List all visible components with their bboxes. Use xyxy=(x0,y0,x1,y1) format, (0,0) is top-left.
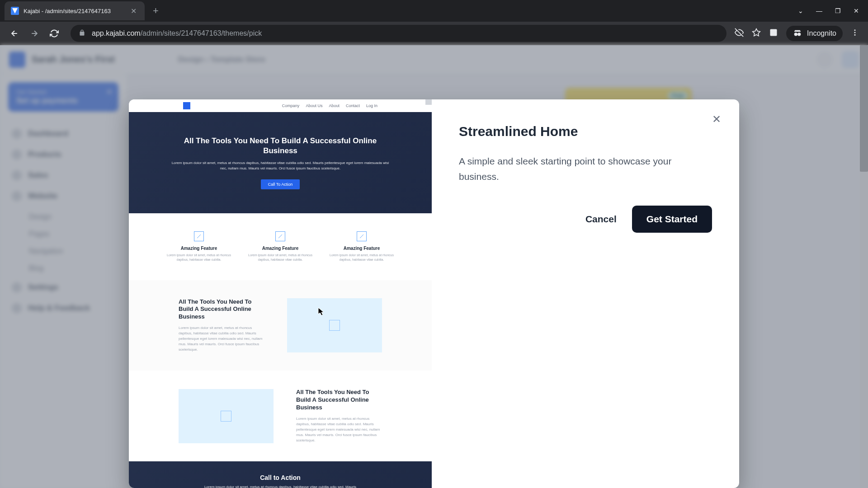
preview-nav-link: Contact xyxy=(346,103,360,108)
preview-nav-link: About Us xyxy=(306,103,322,108)
incognito-label: Incognito xyxy=(807,29,836,38)
url-text: app.kajabi.com/admin/sites/2147647163/th… xyxy=(92,29,262,38)
bookmark-icon[interactable] xyxy=(752,28,761,39)
modal-description: A simple and sleek starting point to sho… xyxy=(459,154,694,184)
preview-nav-link: About xyxy=(329,103,340,108)
modal-overlay[interactable]: Company About Us About Contact Log In Al… xyxy=(0,45,868,488)
tracking-icon[interactable] xyxy=(735,28,744,39)
lock-icon xyxy=(79,29,85,38)
window-controls: ⌄ ― ❐ ✕ xyxy=(798,7,868,14)
preview-nav-link: Log In xyxy=(366,103,377,108)
preview-scrollbar[interactable] xyxy=(425,99,432,488)
preview-nav-link: Company xyxy=(282,103,300,108)
modal-info-panel: ✕ Streamlined Home A simple and sleek st… xyxy=(432,99,739,488)
tab-favicon xyxy=(11,7,19,15)
preview-hero: All The Tools You Need To Build A Succes… xyxy=(129,112,432,213)
incognito-badge[interactable]: Incognito xyxy=(786,26,843,41)
new-tab-button[interactable]: + xyxy=(145,5,167,17)
template-modal: Company About Us About Contact Log In Al… xyxy=(129,99,739,488)
reload-button[interactable] xyxy=(46,25,62,42)
svg-rect-0 xyxy=(770,29,777,36)
image-placeholder-icon xyxy=(275,231,285,241)
svg-point-2 xyxy=(797,33,801,36)
svg-point-4 xyxy=(854,32,856,33)
image-placeholder-icon xyxy=(357,231,367,241)
extensions-icon[interactable] xyxy=(769,28,778,39)
preview-section: All The Tools You Need To Build A Succes… xyxy=(129,280,432,371)
close-icon[interactable]: ✕ xyxy=(712,113,721,126)
incognito-icon xyxy=(793,28,802,38)
image-placeholder xyxy=(179,389,274,443)
preview-cta: Call to Action Lorem ipsum dolor sit ame… xyxy=(129,461,432,488)
svg-point-1 xyxy=(794,33,797,36)
tabs-dropdown-icon[interactable]: ⌄ xyxy=(798,7,803,14)
preview-hero-desc: Lorem ipsum dolor sit amet, metus at rho… xyxy=(170,160,391,171)
back-button[interactable] xyxy=(6,25,23,42)
image-placeholder-icon xyxy=(221,411,231,422)
preview-section: All The Tools You Need To Build A Succes… xyxy=(129,371,432,461)
preview-hero-cta: Call To Action xyxy=(261,179,300,189)
image-placeholder xyxy=(287,298,382,352)
browser-tab-strip: Kajabi - /admin/sites/2147647163 ✕ + ⌄ ―… xyxy=(0,0,868,22)
modal-title: Streamlined Home xyxy=(459,124,712,139)
cancel-button[interactable]: Cancel xyxy=(581,206,621,233)
preview-nav: Company About Us About Contact Log In xyxy=(129,99,432,112)
minimize-icon[interactable]: ― xyxy=(816,7,822,14)
preview-hero-title: All The Tools You Need To Build A Succes… xyxy=(170,136,391,156)
svg-point-5 xyxy=(854,34,856,36)
get-started-button[interactable]: Get Started xyxy=(632,206,712,233)
window-close-icon[interactable]: ✕ xyxy=(854,7,859,14)
image-placeholder-icon xyxy=(194,231,204,241)
maximize-icon[interactable]: ❐ xyxy=(835,7,841,14)
forward-button[interactable] xyxy=(26,25,42,42)
browser-toolbar: app.kajabi.com/admin/sites/2147647163/th… xyxy=(0,22,868,45)
template-preview[interactable]: Company About Us About Contact Log In Al… xyxy=(129,99,432,488)
menu-icon[interactable] xyxy=(851,28,859,38)
preview-logo-icon xyxy=(183,102,190,109)
preview-features: Amazing FeatureLorem ipsum dolor sit ame… xyxy=(129,213,432,280)
tab-close-icon[interactable]: ✕ xyxy=(129,7,138,15)
address-bar[interactable]: app.kajabi.com/admin/sites/2147647163/th… xyxy=(71,25,726,42)
svg-point-3 xyxy=(854,29,856,31)
image-placeholder-icon xyxy=(329,320,340,331)
tab-title: Kajabi - /admin/sites/2147647163 xyxy=(24,8,129,14)
browser-tab[interactable]: Kajabi - /admin/sites/2147647163 ✕ xyxy=(5,1,145,20)
